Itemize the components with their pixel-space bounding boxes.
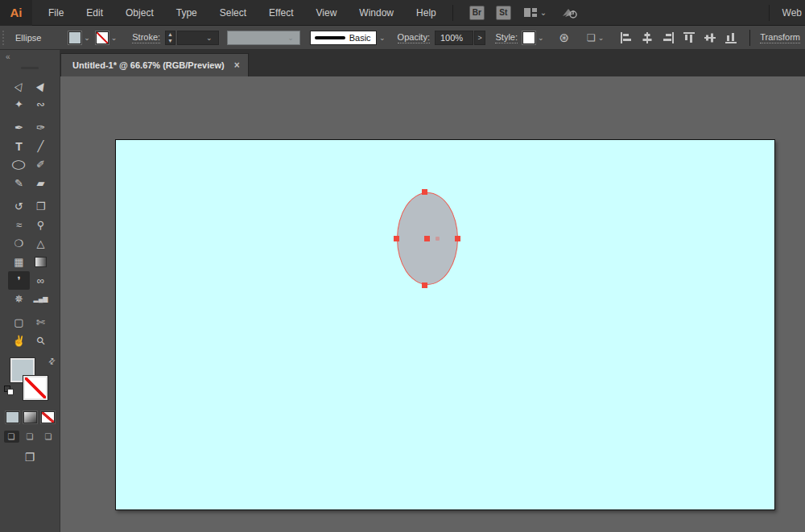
pen-tool[interactable]: ✒ <box>8 118 30 137</box>
brush-panel-button[interactable]: Br <box>469 6 485 20</box>
zoom-tool[interactable]: ⚲ <box>30 332 52 350</box>
close-tab-icon[interactable]: × <box>234 60 240 71</box>
symbol-sprayer-tool[interactable]: ✵ <box>8 290 30 308</box>
stroke-weight-label[interactable]: Stroke: <box>132 32 160 43</box>
line-segment-tool[interactable]: ╱ <box>30 137 52 155</box>
anchor-handle-left[interactable] <box>394 236 399 241</box>
menu-window[interactable]: Window <box>348 0 405 26</box>
chevron-down-icon[interactable]: ⌄ <box>111 34 118 42</box>
none-button[interactable] <box>41 411 55 423</box>
transform-label[interactable]: Transform <box>760 32 800 43</box>
eraser-tool-icon: ▰ <box>37 178 45 188</box>
shaper-tool[interactable]: ✎ <box>8 174 30 192</box>
stroke-swatch-none[interactable] <box>23 376 47 400</box>
artboard[interactable] <box>115 139 775 510</box>
align-vertical-top-icon[interactable] <box>683 32 695 43</box>
menu-edit[interactable]: Edit <box>75 0 114 26</box>
step-down-icon[interactable]: ▼ <box>167 38 173 44</box>
direct-selection-tool[interactable]: ▶ <box>30 76 52 95</box>
chevron-down-icon[interactable]: ⌄ <box>84 34 90 42</box>
slice-tool-icon: ✄ <box>36 317 45 328</box>
gradient-button[interactable] <box>23 411 37 423</box>
gpu-performance-button[interactable] <box>561 6 579 19</box>
recolor-artwork-icon[interactable]: ⊛ <box>559 31 569 45</box>
brush-definition-dropdown[interactable]: Basic <box>310 31 377 45</box>
anchor-handle-bottom[interactable] <box>422 282 427 288</box>
document-tab[interactable]: Untitled-1* @ 66.67% (RGB/Preview) × <box>60 53 249 76</box>
menu-help[interactable]: Help <box>405 0 448 26</box>
draw-behind-button[interactable]: ❏ <box>23 431 38 443</box>
column-graph-tool-icon: ▂▄▆ <box>34 296 48 303</box>
step-up-icon[interactable]: ▲ <box>167 31 173 38</box>
style-label[interactable]: Style: <box>495 32 518 43</box>
selection-tool[interactable]: ▷ <box>8 76 30 95</box>
arrange-documents-icon <box>524 7 538 18</box>
lasso-tool[interactable]: ∾ <box>30 95 52 113</box>
collapse-panel-icon[interactable]: « <box>6 52 10 61</box>
width-profile-dropdown[interactable]: ⌄ <box>227 31 300 45</box>
change-screen-mode-icon[interactable]: ❐ <box>0 451 60 464</box>
menu-type[interactable]: Type <box>165 0 208 26</box>
menu-items: FileEditObjectTypeSelectEffectViewWindow… <box>37 0 448 26</box>
anchor-handle-top[interactable] <box>422 189 427 195</box>
chevron-down-icon[interactable]: ⌄ <box>379 34 386 42</box>
stroke-panel-button[interactable]: St <box>496 6 511 20</box>
perspective-grid-tool[interactable]: △ <box>30 234 52 253</box>
chevron-down-icon[interactable]: ⌄ <box>538 34 544 42</box>
draw-normal-button[interactable]: ❏ <box>4 431 19 443</box>
artboard-tool[interactable]: ▢ <box>8 313 30 332</box>
paintbrush-tool[interactable]: ✐ <box>30 155 52 174</box>
menu-object[interactable]: Object <box>114 0 165 26</box>
style-swatch[interactable] <box>522 31 535 44</box>
fill-color-swatch[interactable] <box>68 31 81 44</box>
stroke-weight-stepper[interactable]: ▲ ▼ <box>165 31 175 45</box>
magic-wand-tool[interactable]: ✦ <box>8 95 30 113</box>
ellipse-tool[interactable]: ◯ <box>8 155 30 174</box>
menu-select[interactable]: Select <box>208 0 258 26</box>
menu-file[interactable]: File <box>37 0 75 26</box>
width-tool[interactable]: ≈ <box>8 216 30 234</box>
hand-tool[interactable]: ✌ <box>8 332 30 350</box>
divider <box>452 5 453 21</box>
opacity-input[interactable]: 100% <box>435 31 473 45</box>
default-fill-stroke-icon[interactable] <box>4 386 14 395</box>
document-setup-icon[interactable]: ❏ <box>587 32 596 43</box>
gradient-tool[interactable] <box>30 253 52 271</box>
stroke-weight-dropdown[interactable]: ⌄ <box>177 31 219 45</box>
panel-grip[interactable] <box>2 31 6 45</box>
type-tool[interactable]: T <box>8 137 30 155</box>
eyedropper-tool[interactable]: ❜ <box>8 271 30 290</box>
align-vertical-bottom-icon[interactable] <box>725 32 737 43</box>
curvature-tool[interactable]: ✑ <box>30 118 52 137</box>
rotate-tool[interactable]: ↺ <box>8 197 30 216</box>
eraser-tool[interactable]: ▰ <box>30 174 52 192</box>
anchor-handle-right[interactable] <box>455 236 460 241</box>
opacity-popup-button[interactable]: > <box>474 31 486 45</box>
puppet-warp-tool[interactable]: ⚲ <box>30 216 52 234</box>
blend-tool[interactable]: ∞ <box>30 271 52 290</box>
free-transform-tool[interactable]: ❐ <box>30 197 52 216</box>
align-vertical-center-icon[interactable] <box>704 32 716 43</box>
color-button[interactable] <box>6 411 19 423</box>
mesh-tool[interactable]: ▦ <box>8 253 30 271</box>
workspace-switcher[interactable]: Web <box>774 7 805 19</box>
menu-view[interactable]: View <box>305 0 349 26</box>
stroke-color-swatch[interactable] <box>96 31 109 44</box>
slice-tool[interactable]: ✄ <box>30 313 52 332</box>
arrange-documents-dropdown[interactable]: ⌄ <box>524 7 547 18</box>
tool-grid: ▷▶✦∾✒✑T╱◯✐✎▰↺❐≈⚲❍△▦❜∞✵▂▄▆▢✄✌⚲ <box>0 76 60 350</box>
canvas[interactable] <box>60 76 805 532</box>
align-horizontal-left-icon[interactable] <box>621 32 632 43</box>
center-anchor-handle[interactable] <box>424 236 430 241</box>
align-horizontal-center-icon[interactable] <box>642 32 653 43</box>
draw-inside-button[interactable]: ❏ <box>41 431 56 443</box>
control-bar: Ellipse ⌄ ⌄ Stroke: ▲ ▼ ⌄ ⌄ Basic ⌄ Opac… <box>0 26 805 50</box>
menu-effect[interactable]: Effect <box>258 0 304 26</box>
chevron-down-icon[interactable]: ⌄ <box>598 34 605 42</box>
align-horizontal-right-icon[interactable] <box>663 32 674 43</box>
swap-fill-stroke-icon[interactable]: ⇄ <box>46 356 57 367</box>
opacity-label[interactable]: Opacity: <box>398 32 430 43</box>
column-graph-tool[interactable]: ▂▄▆ <box>30 290 52 308</box>
toolbar-grip[interactable] <box>21 67 39 69</box>
shape-builder-tool[interactable]: ❍ <box>8 234 30 253</box>
